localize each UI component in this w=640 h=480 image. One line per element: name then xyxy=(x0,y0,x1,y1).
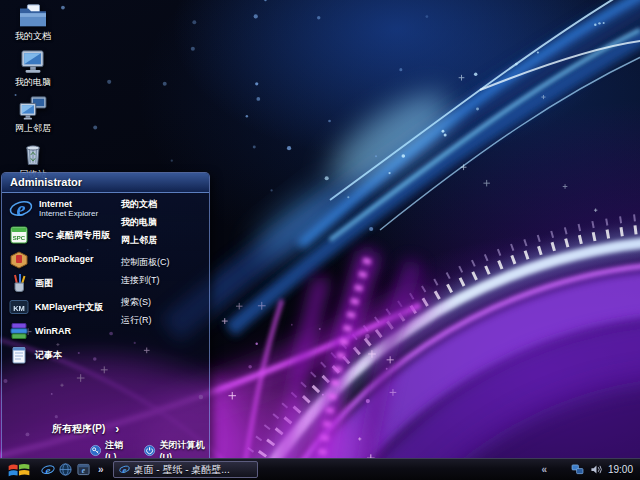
menu-item-connect-to[interactable]: 连接到(T) xyxy=(121,271,206,289)
all-programs-button[interactable]: 所有程序(P) › xyxy=(52,422,119,436)
menu-item-title: Internet xyxy=(39,199,98,209)
start-menu-pinned-list: e Internet Internet Explorer SPC SPC 桌酷网… xyxy=(7,195,117,367)
winrar-icon xyxy=(9,321,29,341)
menu-item-kmplayer[interactable]: KM KMPlayer中文版 xyxy=(7,295,117,319)
iconpackager-icon xyxy=(9,249,29,269)
all-programs-label: 所有程序(P) xyxy=(52,422,105,436)
network-tray-icon[interactable] xyxy=(571,464,584,475)
menu-item-subtitle: Internet Explorer xyxy=(39,209,98,219)
menu-item-paint[interactable]: 画图 xyxy=(7,271,117,295)
menu-item-my-computer[interactable]: 我的电脑 xyxy=(121,213,206,231)
menu-item-title: SPC 桌酷网专用版 xyxy=(35,230,110,240)
start-menu-places-list: 我的文档 我的电脑 网上邻居 控制面板(C) 连接到(T) 搜索(S) 运行(R… xyxy=(121,195,206,329)
start-menu: Administrator e Internet Internet Explor… xyxy=(1,172,210,458)
menu-item-my-documents[interactable]: 我的文档 xyxy=(121,195,206,213)
shut-down-icon xyxy=(144,444,155,457)
quick-launch-ie-icon[interactable]: e xyxy=(40,462,55,477)
tray-collapse-chevron[interactable]: « xyxy=(541,464,547,475)
menu-item-notepad[interactable]: 记事本 xyxy=(7,343,117,367)
recycle-bin-icon xyxy=(19,141,47,167)
desktop-icon-my-computer[interactable]: 我的电脑 xyxy=(0,49,66,89)
svg-text:SPC: SPC xyxy=(13,235,26,241)
start-button[interactable] xyxy=(7,461,32,478)
menu-item-title: IconPackager xyxy=(35,254,94,264)
menu-item-iconpackager[interactable]: IconPackager xyxy=(7,247,117,271)
svg-text:e: e xyxy=(16,198,25,220)
quick-launch-overflow-chevron[interactable]: » xyxy=(98,464,104,475)
desktop-icon-label: 我的电脑 xyxy=(0,76,66,89)
menu-item-search[interactable]: 搜索(S) xyxy=(121,293,206,311)
menu-item-internet-explorer[interactable]: e Internet Internet Explorer xyxy=(7,195,117,223)
quick-launch-globe-icon[interactable] xyxy=(58,462,73,477)
desktop-icon-my-documents[interactable]: 我的文档 xyxy=(0,3,66,43)
taskbar-clock[interactable]: 19:00 xyxy=(608,464,633,475)
taskbar-task-button[interactable]: e 桌面 - 壁纸 - 桌酷壁... xyxy=(113,461,258,478)
menu-item-title: WinRAR xyxy=(35,326,71,336)
desktop-icon-label: 网上邻居 xyxy=(0,122,66,135)
menu-item-title: 画图 xyxy=(35,278,53,288)
windows-logo-icon xyxy=(7,462,31,478)
kmplayer-icon: KM xyxy=(9,297,29,317)
menu-item-control-panel[interactable]: 控制面板(C) xyxy=(121,253,206,271)
my-documents-icon xyxy=(18,3,48,29)
menu-item-run[interactable]: 运行(R) xyxy=(121,311,206,329)
menu-item-winrar[interactable]: WinRAR xyxy=(7,319,117,343)
system-tray: « 19:00 xyxy=(541,464,640,475)
menu-item-network-places[interactable]: 网上邻居 xyxy=(121,231,206,249)
network-places-icon xyxy=(18,95,48,121)
spc-icon: SPC xyxy=(9,225,29,245)
task-button-label: 桌面 - 壁纸 - 桌酷壁... xyxy=(134,463,230,477)
paint-icon xyxy=(9,273,29,293)
start-menu-footer: 注销(L) 关闭计算机(U) xyxy=(2,443,209,458)
start-menu-user: Administrator xyxy=(2,173,209,193)
svg-text:KM: KM xyxy=(13,304,25,313)
log-off-icon xyxy=(90,444,101,457)
my-computer-icon xyxy=(18,49,48,75)
quick-launch: e e » xyxy=(40,462,104,477)
ie-icon: e xyxy=(9,197,33,221)
menu-item-title: 记事本 xyxy=(35,350,62,360)
chevron-right-icon: › xyxy=(115,424,119,434)
desktop: 我的文档 我的电脑 网上邻居 回收站 xyxy=(0,0,640,480)
volume-tray-icon[interactable] xyxy=(590,464,602,475)
desktop-icon-network-places[interactable]: 网上邻居 xyxy=(0,95,66,135)
quick-launch-window-icon[interactable]: e xyxy=(76,462,91,477)
desktop-icon-label: 我的文档 xyxy=(0,30,66,43)
menu-item-title: KMPlayer中文版 xyxy=(35,302,103,312)
ie-icon: e xyxy=(119,464,130,475)
taskbar: e e » e xyxy=(0,458,640,480)
menu-item-spc[interactable]: SPC SPC 桌酷网专用版 xyxy=(7,223,117,247)
notepad-icon xyxy=(9,345,29,365)
